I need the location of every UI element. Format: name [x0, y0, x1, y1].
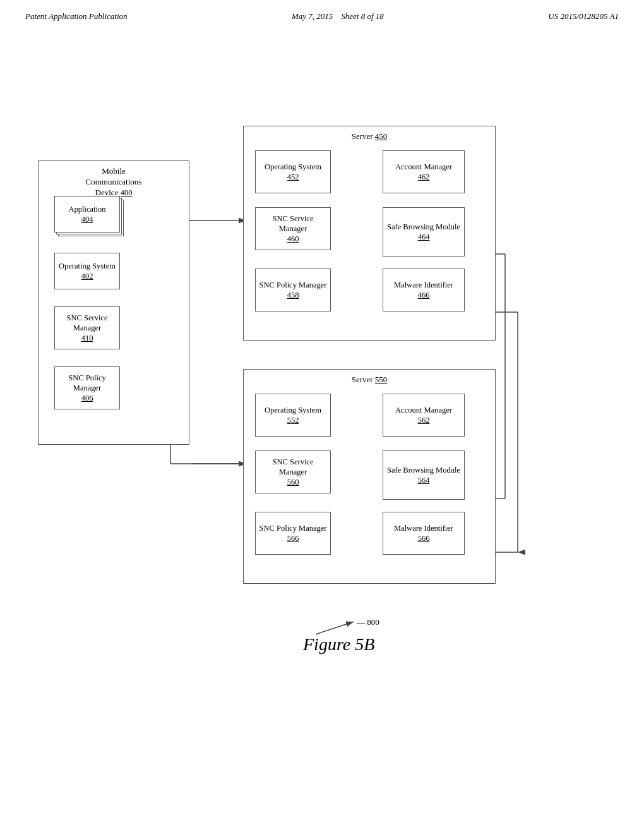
server550-os-box: Operating System 552 [255, 394, 331, 437]
server550-title: Server 550 [244, 375, 495, 385]
header-date: May 7, 2015 Sheet 8 of 18 [292, 11, 384, 21]
server450-snc-policy-box: SNC Policy Manager 458 [255, 269, 331, 311]
server450-title: Server 450 [244, 131, 495, 142]
page-header: Patent Application Publication May 7, 20… [0, 0, 644, 28]
mobile-device-box: MobileCommunicationsDevice 400 Applicati… [38, 160, 189, 445]
server450-box: Server 450 Operating System 452 Account … [243, 126, 496, 341]
server550-snc-policy-box: SNC Policy Manager 566 [255, 512, 331, 555]
server550-box: Server 550 Operating System 552 Account … [243, 369, 496, 584]
mobile-snc-service-box: SNC Service Manager 410 [54, 306, 120, 349]
header-right: US 2015/0128205 A1 [548, 11, 619, 21]
header-left: Patent Application Publication [25, 11, 128, 21]
mobile-os-box: Operating System 402 [54, 253, 120, 289]
figure-number-arrow: — 800 [278, 600, 404, 644]
mobile-snc-policy-box: SNC Policy Manager 406 [54, 366, 120, 409]
server450-safe-browsing-box: Safe Browsing Module 464 [383, 207, 465, 257]
server550-account-box: Account Manager 562 [383, 394, 465, 437]
server450-snc-service-box: SNC Service Manager 460 [255, 207, 331, 250]
svg-line-16 [316, 622, 354, 634]
server450-os-box: Operating System 452 [255, 150, 331, 193]
server450-malware-box: Malware Identifier 466 [383, 269, 465, 311]
server550-malware-box: Malware Identifier 566 [383, 512, 465, 555]
server550-snc-service-box: SNC Service Manager 560 [255, 450, 331, 493]
server550-safe-browsing-box: Safe Browsing Module 564 [383, 450, 465, 500]
svg-text:— 800: — 800 [356, 617, 379, 627]
server450-account-box: Account Manager 462 [383, 150, 465, 193]
diagram-area: MobileCommunicationsDevice 400 Applicati… [0, 34, 644, 792]
